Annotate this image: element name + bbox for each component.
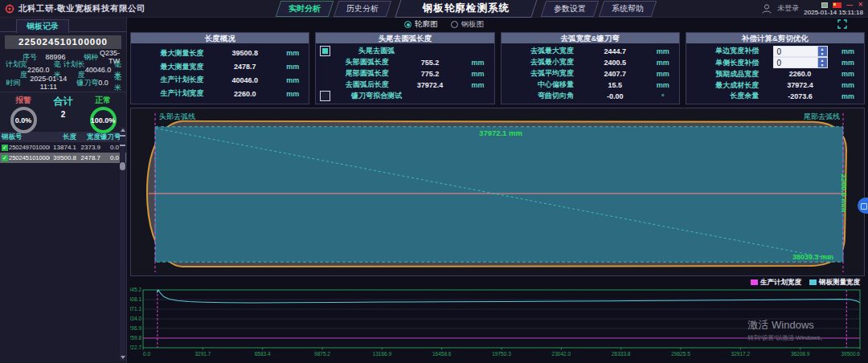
stat-row: 最大成材长度37972.4mm [689, 80, 859, 91]
x-tick-label: 36208.9 [791, 351, 810, 357]
scroll-up-icon[interactable] [121, 128, 125, 132]
scroll-grip-icon [120, 135, 125, 146]
stat-label: 最大成材长度 [689, 80, 764, 91]
minimize-icon[interactable]: — [846, 2, 853, 8]
stat-label: 生产计划宽度 [133, 88, 208, 99]
stat-label: 最大测量长度 [133, 48, 208, 59]
stat-row: 去弧最大宽度2444.7mm [504, 46, 674, 56]
titlebar: 北科工研-敬业宽板科技有限公司 实时分析 历史分析 钢板轮廓检测系统 参数设置 … [0, 0, 868, 18]
number-input[interactable]: 0▲▼ [773, 57, 828, 68]
plate-contour-svg: 头部去弧线 尾部去弧线 37972.1 mm 2260.0 mm 38039.3… [131, 108, 864, 275]
spinner-wrap: 0▲▼ [764, 57, 837, 68]
y-tick-label: 2371.1 [130, 306, 141, 312]
legend-item[interactable]: 生产计划宽度 [751, 278, 801, 288]
stat-panel: 头尾去圆弧长度头尾去圆弧头部圆弧长度755.2mm尾部圆弧长度775.2mm去圆… [315, 32, 494, 104]
info-value: 40046.0 [85, 66, 112, 74]
floating-panel-button[interactable] [858, 198, 868, 214]
stat-unit: ° [652, 92, 674, 100]
radio-plate-label: 钢板图 [461, 19, 485, 30]
alarm-gauge: 报警 0.0% [10, 95, 37, 133]
stat-unit: mm [467, 59, 489, 67]
company-name: 北科工研-敬业宽板科技有限公司 [18, 3, 145, 14]
tab-realtime-label: 实时分析 [289, 3, 321, 14]
window-restore-icon[interactable] [821, 2, 828, 8]
scrollbar-thumb[interactable] [120, 162, 125, 170]
x-tick-label: 0.0 [143, 351, 150, 357]
tab-history-analysis[interactable]: 历史分析 [334, 1, 391, 17]
fullscreen-icon[interactable] [837, 19, 847, 29]
stat-row: 尾部圆弧长度775.2mm [318, 68, 489, 79]
x-tick-label: 23042.0 [552, 351, 571, 357]
tab-plate-records[interactable]: 钢板记录 [16, 19, 69, 33]
login-status[interactable]: 未登录 [777, 3, 799, 14]
checkbox-icon[interactable] [320, 91, 330, 101]
radio-contour-view[interactable]: 轮廓图 [404, 19, 438, 30]
tab-system-help[interactable]: 系统帮助 [599, 1, 657, 17]
x-tick-label: 9875.2 [314, 351, 330, 357]
legend-item[interactable]: 钢板测量宽度 [809, 278, 860, 288]
cell-length: 13874.1 [50, 142, 76, 153]
language-flag-icon[interactable] [833, 2, 841, 8]
panel-title: 长度概况 [131, 33, 309, 43]
sidebar-tabbar: 钢板记录 [0, 18, 126, 32]
stat-row: 弯曲切向角-0.00° [504, 91, 674, 101]
plate-contour-view: 头部去弧线 尾部去弧线 37972.1 mm 2260.0 mm 38039.3… [130, 108, 865, 276]
x-tick-label: 19750.3 [492, 351, 511, 357]
stat-row: 头尾去圆弧 [318, 46, 489, 56]
panel-title: 头尾去圆弧长度 [316, 33, 493, 43]
stat-value: 39500.8 [208, 49, 281, 57]
spinner-down-icon[interactable]: ▼ [818, 51, 827, 56]
stat-label: 单侧长度补偿 [689, 58, 764, 68]
table-row[interactable]: ✓2502497010000013874.12373.90.0 [0, 142, 126, 153]
info-label: 镰刀弯 [76, 78, 98, 88]
stat-row: 头部圆弧长度755.2mm [318, 57, 489, 67]
info-value: 2260.0 [27, 66, 50, 74]
stat-value: 2260.0 [764, 70, 837, 78]
table-row[interactable]: ✓2502451010000039500.82478.70.0 [0, 153, 126, 163]
panel-body: 最大测量长度39500.8mm最大测量宽度2478.7mm生产计划长度40046… [131, 43, 309, 104]
tab-realtime-analysis[interactable]: 实时分析 [276, 1, 334, 17]
titlebar-right: 未登录 — ✕ 2025-01-14 15:11:18 [662, 1, 863, 16]
tab-help-label: 系统帮助 [612, 3, 644, 14]
col-plate-id: 钢板号 [0, 132, 50, 142]
alarm-label: 报警 [10, 95, 37, 106]
radio-plate-view[interactable]: 钢板图 [451, 19, 485, 30]
sidebar-scrollbar[interactable] [120, 127, 125, 361]
alarm-value: 0.0% [15, 116, 32, 124]
y-tick-label: 2296.9 [130, 325, 141, 331]
stat-label: 头部圆弧长度 [318, 57, 393, 67]
col-width: 宽度 [76, 132, 100, 142]
radio-off-icon [451, 21, 458, 28]
plate-info: 序号 88996 钢种 Q235-TW 计划宽度 2260.0 毫米 计划长度 … [3, 51, 123, 89]
stat-label: 单边宽度补偿 [689, 46, 764, 56]
stat-unit: mm [281, 90, 304, 98]
stat-unit: mm [281, 49, 304, 57]
number-input[interactable]: 0▲▼ [773, 46, 828, 57]
stat-row: 生产计划宽度2260.0mm [133, 88, 304, 99]
stat-unit: mm [281, 76, 304, 84]
tab-parameter-settings[interactable]: 参数设置 [541, 1, 599, 17]
stat-unit: mm [467, 81, 489, 89]
checkbox-checked-icon[interactable] [320, 46, 330, 56]
stat-label: 生产计划长度 [133, 75, 208, 85]
close-icon[interactable]: ✕ [858, 2, 863, 8]
stat-value: 2407.7 [579, 70, 652, 78]
cell-plate-id: ✓25024510100000 [0, 153, 50, 163]
stat-panel: 去弧宽度&镰刀弯去弧最大宽度2444.7mm去弧最小宽度2400.5mm去弧平均… [501, 32, 680, 104]
spinner-down-icon[interactable]: ▼ [818, 63, 827, 67]
panel-body: 去弧最大宽度2444.7mm去弧最小宽度2400.5mm去弧平均宽度2407.7… [502, 43, 679, 104]
tab-settings-label: 参数设置 [554, 3, 586, 14]
stat-label: 去圆弧后长度 [318, 80, 393, 90]
stat-row: 长度余量-2073.6mm [689, 91, 859, 101]
current-plate-id: 225024510100000 [5, 35, 121, 49]
y-tick-label: 2222.7 [130, 345, 141, 350]
stat-unit: mm [837, 92, 859, 100]
user-icon[interactable] [761, 3, 772, 14]
cell-width: 2478.7 [76, 153, 100, 163]
col-length: 长度 [50, 132, 76, 142]
tail-arc-label: 尾部去弧线 [804, 112, 840, 120]
stat-row: 单侧长度补偿0▲▼mm [689, 57, 859, 68]
scroll-down-icon[interactable] [121, 356, 125, 359]
tab-history-label: 历史分析 [346, 3, 379, 14]
stat-panel: 长度概况最大测量长度39500.8mm最大测量宽度2478.7mm生产计划长度4… [130, 32, 309, 104]
